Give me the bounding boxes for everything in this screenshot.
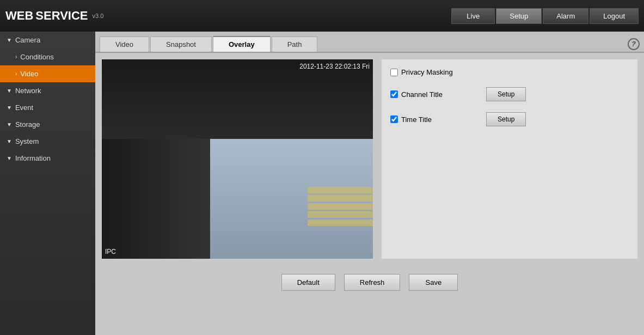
channel-title-row: Channel Title Setup <box>390 87 629 101</box>
camera-timestamp: 2012-11-23 22:02:13 Fri <box>299 63 370 70</box>
sidebar-item-event[interactable]: ▼ Event <box>0 99 95 116</box>
nav-setup-button[interactable]: Setup <box>496 8 542 24</box>
channel-title-label: Channel Title <box>401 90 443 99</box>
camera-blinds <box>308 187 373 259</box>
system-arrow-icon: ▼ <box>7 138 12 144</box>
privacy-masking-label: Privacy Masking <box>401 68 453 76</box>
sidebar-item-conditions[interactable]: › Conditions <box>0 48 95 65</box>
bottom-buttons: Default Refresh Save <box>95 265 644 300</box>
time-title-checkbox[interactable] <box>390 115 398 123</box>
sidebar: ▼ Camera › Conditions › Video ▼ Network … <box>0 32 95 335</box>
privacy-masking-checkbox[interactable] <box>390 69 398 76</box>
sidebar-label-event: Event <box>15 103 33 112</box>
time-title-row: Time Title Setup <box>390 112 629 126</box>
channel-title-setting: Channel Title <box>390 90 477 99</box>
tab-snapshot[interactable]: Snapshot <box>150 36 212 52</box>
tab-overlay[interactable]: Overlay <box>213 36 271 52</box>
privacy-masking-row: Privacy Masking <box>390 68 629 76</box>
network-arrow-icon: ▼ <box>7 88 12 94</box>
tab-video[interactable]: Video <box>100 36 149 52</box>
time-title-label: Time Title <box>401 115 432 124</box>
time-title-setup-button[interactable]: Setup <box>486 112 526 126</box>
video-arrow-icon: › <box>15 71 17 77</box>
channel-title-checkbox[interactable] <box>390 90 398 98</box>
logo-web: WEB <box>5 9 33 23</box>
channel-title-setup-button[interactable]: Setup <box>486 87 526 101</box>
sidebar-label-video: Video <box>20 70 38 78</box>
nav-buttons: Live Setup Alarm Logout <box>451 8 639 24</box>
camera-label: IPC <box>105 248 116 255</box>
information-arrow-icon: ▼ <box>7 155 12 161</box>
camera-background <box>102 59 373 259</box>
camera-window <box>210 139 373 259</box>
storage-arrow-icon: ▼ <box>7 121 12 127</box>
logo-version: v3.0 <box>93 13 104 19</box>
camera-ceiling <box>102 59 373 139</box>
header: WEB SERVICE v3.0 Live Setup Alarm Logout <box>0 0 644 32</box>
nav-alarm-button[interactable]: Alarm <box>543 8 588 24</box>
settings-panel: Privacy Masking Channel Title Setup Time <box>382 59 637 259</box>
help-icon[interactable]: ? <box>628 38 640 50</box>
camera-arrow-icon: ▼ <box>7 37 12 43</box>
sidebar-item-network[interactable]: ▼ Network <box>0 82 95 99</box>
sidebar-label-information: Information <box>15 154 51 162</box>
conditions-arrow-icon: › <box>15 54 17 60</box>
tab-bar: Video Snapshot Overlay Path ? <box>95 32 644 53</box>
logo: WEB SERVICE v3.0 <box>5 9 103 23</box>
default-button[interactable]: Default <box>281 274 335 291</box>
camera-wall <box>102 139 210 259</box>
event-arrow-icon: ▼ <box>7 105 12 111</box>
refresh-button[interactable]: Refresh <box>344 274 401 291</box>
sidebar-item-storage[interactable]: ▼ Storage <box>0 116 95 133</box>
nav-logout-button[interactable]: Logout <box>590 8 639 24</box>
sidebar-label-network: Network <box>15 87 41 95</box>
sidebar-label-system: System <box>15 137 39 145</box>
time-title-setting: Time Title <box>390 115 477 124</box>
nav-live-button[interactable]: Live <box>451 8 495 24</box>
sidebar-item-system[interactable]: ▼ System <box>0 133 95 150</box>
overlay-tab-content: 2012-11-23 22:02:13 Fri IPC Privacy Mask… <box>95 53 644 265</box>
sidebar-label-camera: Camera <box>15 36 40 44</box>
save-button[interactable]: Save <box>409 274 458 291</box>
sidebar-label-storage: Storage <box>15 120 40 129</box>
sidebar-label-conditions: Conditions <box>20 53 53 61</box>
camera-preview: 2012-11-23 22:02:13 Fri IPC <box>102 59 373 259</box>
content-area: Video Snapshot Overlay Path ? <box>95 32 644 335</box>
logo-service: SERVICE <box>35 9 88 23</box>
sidebar-item-information[interactable]: ▼ Information <box>0 150 95 167</box>
sidebar-item-video[interactable]: › Video <box>0 65 95 82</box>
sidebar-item-camera[interactable]: ▼ Camera <box>0 32 95 48</box>
tab-path[interactable]: Path <box>272 36 318 52</box>
main-layout: ▼ Camera › Conditions › Video ▼ Network … <box>0 32 644 335</box>
privacy-masking-setting: Privacy Masking <box>390 68 477 76</box>
